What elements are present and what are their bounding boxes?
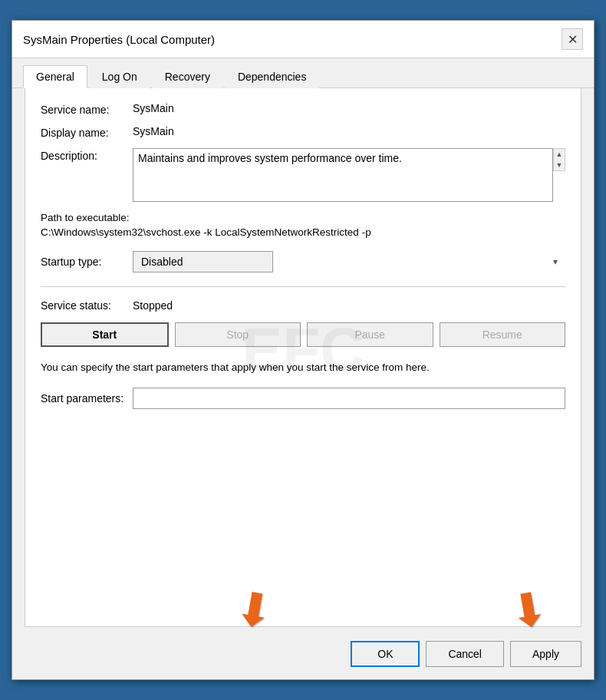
description-textarea[interactable]	[133, 148, 553, 202]
start-button[interactable]: Start	[41, 322, 169, 347]
tab-recovery[interactable]: Recovery	[152, 65, 223, 88]
resume-button[interactable]: Resume	[440, 322, 566, 347]
service-status-row: Service status: Stopped	[41, 299, 565, 312]
service-name-value: SysMain	[133, 102, 174, 114]
tab-bar: General Log On Recovery Dependencies	[12, 58, 594, 88]
chevron-down-icon: ▾	[553, 256, 558, 267]
dialog-window: SysMain Properties (Local Computer) ✕ Ge…	[12, 20, 594, 680]
path-label: Path to executable:	[41, 211, 565, 226]
general-tab-content: EFC Service name: SysMain Display name: …	[25, 88, 581, 627]
title-bar: SysMain Properties (Local Computer) ✕	[12, 21, 594, 58]
service-control-buttons: Start Stop Pause Resume	[41, 322, 565, 347]
tab-logon[interactable]: Log On	[89, 65, 150, 88]
scroll-up-icon: ▲	[556, 149, 563, 160]
description-scrollbar[interactable]: ▲ ▼	[553, 148, 565, 171]
description-label: Description:	[41, 148, 133, 162]
startup-type-select[interactable]: Automatic Automatic (Delayed Start) Manu…	[133, 251, 273, 272]
display-name-row: Display name: SysMain	[41, 125, 565, 139]
info-text: You can specify the start parameters tha…	[41, 361, 565, 375]
display-name-label: Display name:	[41, 125, 133, 139]
path-value: C:\Windows\system32\svchost.exe -k Local…	[41, 226, 565, 240]
tab-general[interactable]: General	[23, 65, 87, 88]
service-name-label: Service name:	[41, 102, 133, 116]
cancel-button[interactable]: Cancel	[426, 641, 504, 667]
startup-select-wrapper: Automatic Automatic (Delayed Start) Manu…	[133, 251, 565, 272]
description-row: Description: ▲ ▼	[41, 148, 565, 202]
scroll-down-icon: ▼	[556, 160, 563, 170]
tab-dependencies[interactable]: Dependencies	[225, 65, 320, 88]
pause-button[interactable]: Pause	[307, 322, 433, 347]
close-button[interactable]: ✕	[562, 28, 583, 50]
content-area: EFC Service name: SysMain Display name: …	[12, 88, 594, 633]
bottom-button-bar: ⬇ ⬇ OK Cancel Apply	[12, 633, 594, 679]
start-params-label: Start parameters:	[41, 392, 133, 404]
path-section: Path to executable: C:\Windows\system32\…	[41, 211, 565, 240]
apply-button[interactable]: Apply	[510, 641, 581, 667]
service-status-label: Service status:	[41, 299, 133, 312]
window-title: SysMain Properties (Local Computer)	[23, 33, 215, 46]
start-params-input[interactable]	[133, 388, 565, 409]
ok-button[interactable]: OK	[351, 641, 420, 667]
startup-type-label: Startup type:	[41, 256, 133, 268]
service-status-value: Stopped	[133, 299, 173, 312]
start-params-row: Start parameters:	[41, 388, 565, 409]
stop-button[interactable]: Stop	[175, 322, 301, 347]
divider	[41, 286, 565, 287]
startup-type-row: Startup type: Automatic Automatic (Delay…	[41, 251, 565, 272]
display-name-value: SysMain	[133, 125, 174, 137]
service-name-row: Service name: SysMain	[41, 102, 565, 116]
